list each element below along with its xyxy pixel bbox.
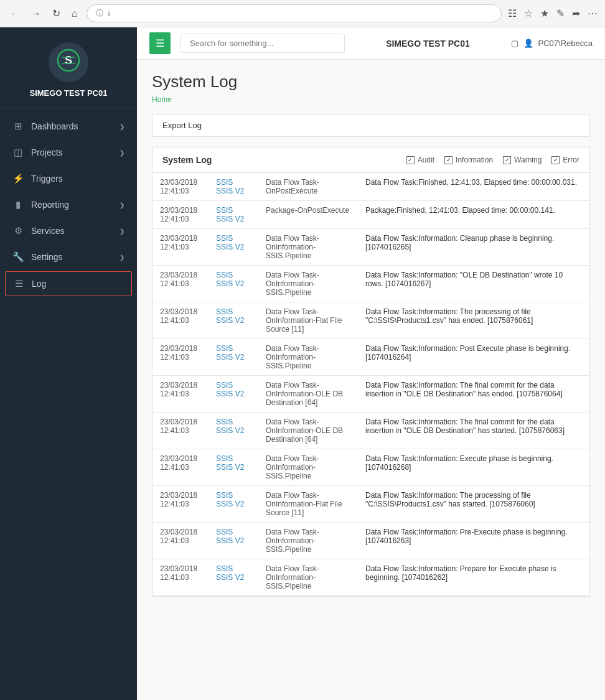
- home-button[interactable]: ⌂: [69, 6, 80, 22]
- chevron-right-icon: ❯: [120, 254, 124, 261]
- reload-button[interactable]: ↻: [50, 5, 63, 22]
- forward-button[interactable]: →: [29, 6, 44, 22]
- sidebar-item-triggers[interactable]: ⚡ Triggers: [0, 166, 137, 192]
- sidebar-item-dashboards[interactable]: ⊞ Dashboards ❯: [0, 113, 137, 139]
- table-row: 23/03/201812:41:03 SSISSSIS V2 Data Flow…: [152, 302, 589, 339]
- log-icon: ☰: [13, 278, 24, 289]
- topbar: ☰ SIMEGO TEST PC01 ▢ 👤 PC07\Rebecca: [137, 27, 605, 60]
- log-datetime: 23/03/201812:41:03: [152, 339, 209, 376]
- bookmark-icon[interactable]: ☆: [524, 7, 533, 19]
- log-table: 23/03/201812:41:03 SSISSSIS V2 Data Flow…: [152, 173, 589, 596]
- error-checkbox[interactable]: ✓: [551, 156, 560, 164]
- log-task: Data Flow Task-OnInformation-SSIS.Pipeli…: [258, 523, 358, 559]
- pen-icon[interactable]: ✎: [556, 7, 565, 19]
- log-panel: System Log ✓ Audit ✓ Information ✓ Warni: [152, 147, 590, 597]
- share-icon[interactable]: ➦: [572, 7, 580, 19]
- sidebar-server-title: SIMEGO TEST PC01: [30, 88, 108, 98]
- browser-toolbar: ☷ ☆ ★ ✎ ➦ ⋯: [508, 7, 598, 19]
- log-datetime: 23/03/201812:41:03: [152, 559, 209, 596]
- sidebar-item-log[interactable]: ☰ Log: [5, 271, 132, 296]
- reporting-icon: ▮: [12, 199, 24, 210]
- table-row: 23/03/201812:41:03 SSISSSIS V2 Data Flow…: [152, 376, 589, 413]
- audit-checkbox[interactable]: ✓: [406, 156, 415, 164]
- warning-checkbox[interactable]: ✓: [503, 156, 511, 164]
- table-row: 23/03/201812:41:03 SSISSSIS V2 Data Flow…: [152, 449, 589, 486]
- log-message: Data Flow Task:Information: Execute phas…: [358, 449, 589, 486]
- table-row: 23/03/201812:41:03 SSISSSIS V2 Data Flow…: [152, 559, 589, 596]
- settings-icon: 🔧: [12, 251, 24, 263]
- log-source: SSISSSIS V2: [209, 523, 258, 559]
- log-source: SSISSSIS V2: [209, 559, 258, 596]
- log-message: Data Flow Task:Information: The final co…: [358, 376, 589, 413]
- log-source: SSISSSIS V2: [209, 339, 258, 376]
- triggers-icon: ⚡: [12, 173, 24, 184]
- audit-label: Audit: [418, 156, 434, 164]
- sidebar-item-label: Services: [31, 226, 65, 236]
- log-message: Data Flow Task:Information: The processi…: [358, 486, 589, 523]
- log-message: Data Flow Task:Information: Cleanup phas…: [358, 229, 589, 266]
- address-bar[interactable]: ⓘ i: [87, 4, 502, 22]
- log-task: Data Flow Task-OnInformation-SSIS.Pipeli…: [258, 229, 358, 266]
- log-source: SSISSSIS V2: [209, 486, 258, 523]
- collections-icon[interactable]: ★: [540, 7, 549, 19]
- log-source: SSISSSIS V2: [209, 173, 258, 201]
- breadcrumb[interactable]: Home: [152, 95, 590, 104]
- log-datetime: 23/03/201812:41:03: [152, 229, 209, 266]
- log-message: Data Flow Task:Information: The final co…: [358, 413, 589, 449]
- menu-button[interactable]: ☰: [149, 32, 171, 54]
- dashboards-icon: ⊞: [12, 121, 24, 132]
- address-text: i: [108, 9, 110, 18]
- information-checkbox[interactable]: ✓: [444, 156, 453, 164]
- logo-circle: S: [49, 42, 88, 82]
- sidebar-item-label: Reporting: [31, 200, 69, 210]
- reader-icon[interactable]: ☷: [508, 7, 517, 19]
- log-task: Data Flow Task-OnInformation-OLE DB Dest…: [258, 376, 358, 413]
- back-button[interactable]: ←: [7, 6, 22, 22]
- table-row: 23/03/201812:41:03 SSISSSIS V2 Data Flow…: [152, 339, 589, 376]
- server-label: SIMEGO TEST PC01: [355, 39, 500, 49]
- svg-text:S: S: [65, 54, 72, 67]
- logo-icon: S: [57, 49, 80, 77]
- log-source: SSISSSIS V2: [209, 266, 258, 302]
- log-task: Data Flow Task-OnInformation-Flat File S…: [258, 486, 358, 523]
- app-container: S SIMEGO TEST PC01 ⊞ Dashboards ❯ ◫ Proj…: [0, 27, 605, 700]
- table-row: 23/03/201812:41:03 SSISSSIS V2 Data Flow…: [152, 413, 589, 449]
- sidebar-item-services[interactable]: ⚙ Services ❯: [0, 218, 137, 244]
- log-message: Data Flow Task:Finished, 12:41:03, Elaps…: [358, 173, 589, 201]
- sidebar-item-projects[interactable]: ◫ Projects ❯: [0, 139, 137, 166]
- projects-icon: ◫: [12, 147, 24, 158]
- chevron-right-icon: ❯: [120, 202, 124, 208]
- log-task: Data Flow Task-OnInformation-OLE DB Dest…: [258, 413, 358, 449]
- log-datetime: 23/03/201812:41:03: [152, 523, 209, 559]
- main-content: ☰ SIMEGO TEST PC01 ▢ 👤 PC07\Rebecca Syst…: [137, 27, 605, 700]
- page-title: System Log: [152, 72, 590, 91]
- user-info: ▢ 👤 PC07\Rebecca: [511, 39, 593, 48]
- log-filters: ✓ Audit ✓ Information ✓ Warning ✓: [406, 156, 579, 164]
- filter-audit[interactable]: ✓ Audit: [406, 156, 434, 164]
- chevron-right-icon: ❯: [120, 228, 124, 235]
- filter-warning[interactable]: ✓ Warning: [503, 156, 542, 164]
- log-message: Data Flow Task:Information: Post Execute…: [358, 339, 589, 376]
- more-icon[interactable]: ⋯: [588, 7, 598, 19]
- sidebar-item-settings[interactable]: 🔧 Settings ❯: [0, 244, 137, 270]
- filter-error[interactable]: ✓ Error: [551, 156, 579, 164]
- filter-information[interactable]: ✓ Information: [444, 156, 493, 164]
- export-log-button[interactable]: Export Log: [162, 121, 202, 130]
- log-task: Data Flow Task-OnPostExecute: [258, 173, 358, 201]
- log-task: Data Flow Task-OnInformation-SSIS.Pipeli…: [258, 266, 358, 302]
- log-task: Package-OnPostExecute: [258, 201, 358, 229]
- log-panel-title: System Log: [162, 155, 212, 165]
- log-table-container[interactable]: 23/03/201812:41:03 SSISSSIS V2 Data Flow…: [152, 173, 589, 596]
- username: PC07\Rebecca: [538, 39, 593, 48]
- log-message: Data Flow Task:Information: The processi…: [358, 302, 589, 339]
- sidebar-item-reporting[interactable]: ▮ Reporting ❯: [0, 192, 137, 218]
- information-label: Information: [456, 156, 493, 164]
- sidebar-logo: S SIMEGO TEST PC01: [0, 27, 137, 108]
- log-source: SSISSSIS V2: [209, 413, 258, 449]
- log-task: Data Flow Task-OnInformation-SSIS.Pipeli…: [258, 449, 358, 486]
- log-datetime: 23/03/201812:41:03: [152, 486, 209, 523]
- log-message: Data Flow Task:Information: Prepare for …: [358, 559, 589, 596]
- search-input[interactable]: [181, 34, 345, 53]
- log-panel-header: System Log ✓ Audit ✓ Information ✓ Warni: [152, 147, 589, 173]
- table-row: 23/03/201812:41:03 SSISSSIS V2 Data Flow…: [152, 266, 589, 302]
